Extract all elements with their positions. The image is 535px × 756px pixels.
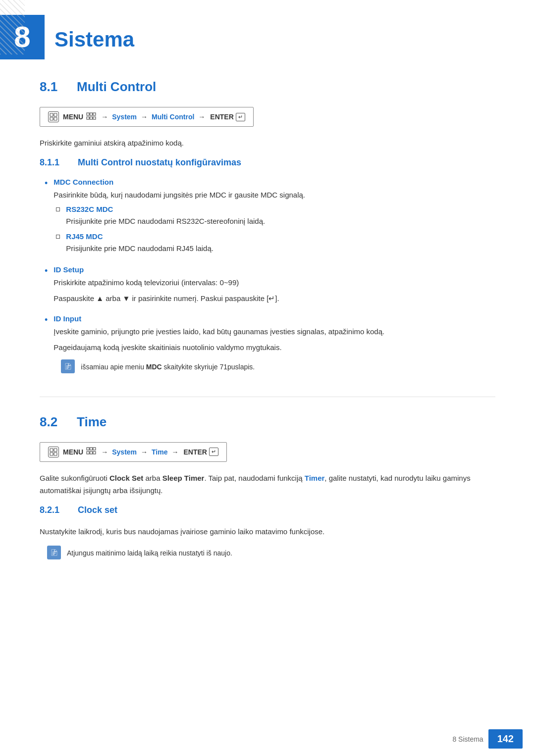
section-8-2-intro: Galite sukonfigūruoti Clock Set arba Sle… (40, 472, 495, 497)
menu-label-2: MENU (63, 448, 83, 456)
rj45-label: RJ45 MDC (66, 232, 495, 241)
note-mdc-after: skaitykite skyriuje 71puslapis. (162, 363, 255, 371)
multi-control-label: Multi Control (152, 113, 194, 121)
sub-bullet-square-2 (56, 235, 60, 239)
subsection-8-2-1-header: 8.2.1 Clock set (40, 505, 495, 515)
note-icon-1 (61, 359, 75, 373)
system-label-2: System (112, 448, 137, 456)
section-8-1-number: 8.1 (40, 79, 69, 95)
intro-after1: . Taip pat, naudodami funkciją (204, 474, 304, 482)
svg-rect-22 (93, 452, 96, 454)
svg-rect-9 (93, 117, 96, 119)
id-setup-content: ID Setup Priskirkite atpažinimo kodą tel… (54, 265, 495, 308)
id-input-content: ID Input Įveskite gaminio, prijungto pri… (54, 314, 495, 379)
subsection-8-1-1-list: • MDC Connection Pasirinkite būdą, kurį … (45, 178, 495, 379)
svg-rect-17 (87, 448, 89, 450)
footer-page-number: 142 (488, 729, 523, 749)
grid-icon-container-2 (86, 447, 96, 456)
svg-rect-7 (87, 117, 89, 119)
note-icon-2 (47, 546, 61, 559)
chapter-title: Sistema (54, 23, 134, 51)
section-8-1-title: Multi Control (77, 79, 156, 95)
system-label: System (112, 113, 137, 121)
arrow-5: → (141, 448, 148, 456)
svg-rect-13 (50, 449, 53, 452)
svg-rect-5 (90, 113, 93, 115)
note-mdc-bold: MDC (146, 363, 162, 371)
corner-decoration (0, 0, 25, 54)
id-input-desc1: Įveskite gaminio, prijungto prie įvestie… (54, 326, 495, 338)
arrow-4: → (101, 448, 108, 456)
intro-middle: arba (143, 474, 162, 482)
id-setup-desc1: Priskirkite atpažinimo kodą televizoriui… (54, 277, 495, 289)
sub-item-rs232c: RS232C MDC Prisijunkite prie MDC naudoda… (56, 205, 495, 227)
section-8-2-header: 8.2 Time (40, 414, 495, 430)
arrow-2: → (141, 113, 148, 121)
sub-item-rj45: RJ45 MDC Prisijunkite prie MDC naudodami… (56, 232, 495, 254)
svg-rect-16 (54, 453, 57, 455)
svg-rect-2 (50, 117, 53, 120)
enter-icon: ENTER ↵ (210, 113, 245, 121)
bullet-dot-1: • (45, 178, 48, 189)
subsection-8-1-1-header: 8.1.1 Multi Control nuostatų konfigūravi… (40, 157, 495, 168)
section-divider-1 (40, 397, 495, 397)
note-clock: Atjungus maitinimo laidą laiką reikia nu… (47, 546, 495, 559)
list-item-id-setup: • ID Setup Priskirkite atpažinimo kodą t… (45, 265, 495, 308)
footer-section-label: 8 Sistema (452, 735, 483, 743)
svg-rect-1 (54, 113, 57, 116)
rj45-desc: Prisijunkite prie MDC naudodami RJ45 lai… (66, 243, 495, 254)
note-clock-text: Atjungus maitinimo laidą laiką reikia nu… (67, 546, 232, 558)
clock-set-text: Clock Set (109, 474, 143, 482)
mdc-connection-label: MDC Connection (54, 178, 495, 186)
section-8-1-header: 8.1 Multi Control (40, 79, 495, 95)
section-8-2-number: 8.2 (40, 414, 69, 430)
subsection-8-2-1-number: 8.2.1 (40, 505, 72, 515)
footer: 8 Sistema 142 (0, 722, 535, 756)
rj45-content: RJ45 MDC Prisijunkite prie MDC naudodami… (66, 232, 495, 254)
id-input-label: ID Input (54, 314, 495, 323)
list-item-mdc-connection: • MDC Connection Pasirinkite būdą, kurį … (45, 178, 495, 259)
chapter-header: 8 Sistema (0, 0, 535, 69)
menu-icon-2 (48, 447, 59, 457)
main-content: 8.1 Multi Control MENU → System (0, 79, 535, 605)
arrow-6: → (171, 448, 178, 456)
time-label: Time (152, 448, 167, 456)
svg-rect-0 (50, 113, 53, 116)
note-mdc: išsamiau apie meniu MDC skaitykite skyri… (61, 359, 495, 373)
sub-bullet-square-1 (56, 207, 60, 211)
menu-icon (48, 111, 59, 122)
clock-set-body: Nustatykite laikrodį, kuris bus naudojam… (40, 525, 495, 538)
menu-path-8-2: MENU → System → Time → ENTER ↵ (40, 442, 227, 462)
arrow-1: → (101, 113, 108, 121)
svg-rect-21 (90, 452, 93, 454)
menu-label: MENU (63, 113, 83, 121)
subsection-8-1-1-number: 8.1.1 (40, 157, 72, 168)
enter-icon-2: ENTER ↵ (183, 448, 218, 456)
note-mdc-text: išsamiau apie meniu MDC skaitykite skyri… (81, 359, 255, 372)
svg-rect-20 (87, 452, 89, 454)
svg-rect-18 (90, 448, 93, 450)
rs232c-label: RS232C MDC (66, 205, 495, 213)
note-mdc-before: išsamiau apie meniu (81, 363, 146, 371)
arrow-3: → (198, 113, 205, 121)
rs232c-content: RS232C MDC Prisijunkite prie MDC naudoda… (66, 205, 495, 227)
svg-rect-6 (93, 113, 96, 115)
subsection-8-2-1-title: Clock set (78, 505, 117, 515)
svg-rect-19 (93, 448, 96, 450)
timer-text: Timer (305, 474, 325, 482)
id-setup-label: ID Setup (54, 265, 495, 274)
svg-rect-3 (54, 117, 57, 120)
mdc-connection-desc: Pasirinkite būdą, kurį naudodami jungsit… (54, 189, 495, 201)
subsection-8-1-1-title: Multi Control nuostatų konfigūravimas (78, 157, 241, 168)
rs232c-desc: Prisijunkite prie MDC naudodami RS232C-s… (66, 215, 495, 227)
id-input-desc2: Pageidaujamą kodą įveskite skaitiniais n… (54, 342, 495, 353)
bullet-dot-3: • (45, 315, 48, 325)
section-8-2-title: Time (77, 414, 107, 430)
grid-icon-container (86, 112, 96, 122)
id-setup-desc2: Paspauskite ▲ arba ▼ ir pasirinkite nume… (54, 293, 495, 304)
sleep-timer-text: Sleep Timer (162, 474, 205, 482)
intro-before: Galite sukonfigūruoti (40, 474, 109, 482)
svg-rect-4 (87, 113, 89, 115)
svg-rect-8 (90, 117, 93, 119)
bullet-dot-2: • (45, 266, 48, 276)
